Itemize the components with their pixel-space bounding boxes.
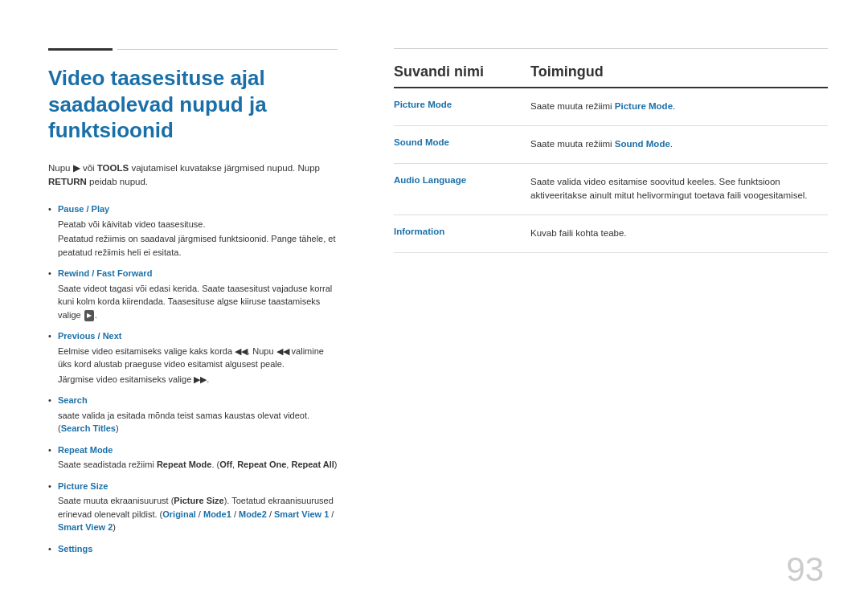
original-link: Original xyxy=(162,509,196,519)
row-name-picture-mode: Picture Mode xyxy=(394,100,514,109)
list-item: Picture Size Saate muuta ekraanisuurust … xyxy=(48,480,338,534)
table-row: Audio Language Saate valida video esitam… xyxy=(394,164,828,216)
list-item: Previous / Next Eelmise video esitamisek… xyxy=(48,329,338,386)
mode2-link: Mode2 xyxy=(239,509,267,519)
table-row: Sound Mode Saate muuta režiimi Sound Mod… xyxy=(394,126,828,164)
top-rule-left xyxy=(48,48,338,51)
top-rule-right xyxy=(394,48,828,49)
smart-view1-link: Smart View 1 xyxy=(274,509,329,519)
list-item: Rewind / Fast Forward Saate videot tagas… xyxy=(48,267,338,321)
picture-size-bold: Picture Size xyxy=(174,496,223,505)
intro-text: Nupu ▶ või TOOLS vajutamisel kuvatakse j… xyxy=(48,161,338,190)
page-number: 93 xyxy=(786,550,824,589)
item-body-picture-size: Saate muuta ekraanisuurust (Picture Size… xyxy=(58,494,338,534)
row-desc-audio-language: Saate valida video esitamise soovitud ke… xyxy=(514,175,828,204)
page-title: Video taasesituse ajal saadaolevad nupud… xyxy=(48,65,338,144)
item-title-repeat: Repeat Mode xyxy=(58,445,113,455)
rule-light xyxy=(117,49,338,50)
list-item: Pause / Play Peatab või käivitab video t… xyxy=(48,202,338,259)
mode1-link: Mode1 xyxy=(203,509,231,519)
play-icon: ▶ xyxy=(84,310,94,321)
item-title-picture-size: Picture Size xyxy=(58,481,108,491)
table-rows: Picture Mode Saate muuta režiimi Picture… xyxy=(394,88,828,253)
row-desc-sound-mode: Saate muuta režiimi Sound Mode. xyxy=(514,137,828,152)
col-desc-header: Toimingud xyxy=(514,63,828,80)
repeat-one-bold: Repeat One xyxy=(237,460,286,469)
item-body-prev-next-2: Järgmise video esitamiseks valige ▶▶. xyxy=(58,373,338,386)
repeat-off-bold: Off xyxy=(219,460,232,469)
list-item: Search saate valida ja esitada mõnda tei… xyxy=(48,394,338,435)
item-title-pause-play: Pause / Play xyxy=(58,204,109,214)
return-label: RETURN xyxy=(48,177,87,186)
item-body-search: saate valida ja esitada mõnda teist sama… xyxy=(58,409,338,435)
repeat-mode-bold: Repeat Mode xyxy=(157,460,211,469)
row-name-information: Information xyxy=(394,227,514,236)
item-body-repeat: Saate seadistada režiimi Repeat Mode. (O… xyxy=(58,458,338,472)
table-row: Information Kuvab faili kohta teabe. xyxy=(394,215,828,253)
smart-view2-link: Smart View 2 xyxy=(58,522,113,532)
tools-label: TOOLS xyxy=(97,163,129,173)
row-name-sound-mode: Sound Mode xyxy=(394,137,514,147)
item-body-prev-next-1: Eelmise video esitamiseks valige kaks ko… xyxy=(58,345,338,371)
table-header: Suvandi nimi Toimingud xyxy=(394,63,828,88)
item-body-pause-play-1: Peatab või käivitab video taasesituse. xyxy=(58,218,338,231)
item-body-rewind: Saate videot tagasi või edasi kerida. Sa… xyxy=(58,282,338,322)
item-title-search: Search xyxy=(58,395,88,405)
row-desc-information: Kuvab faili kohta teabe. xyxy=(514,227,828,241)
item-title-rewind: Rewind / Fast Forward xyxy=(58,268,152,278)
sound-mode-highlight: Sound Mode xyxy=(615,139,670,149)
row-desc-picture-mode: Saate muuta režiimi Picture Mode. xyxy=(514,100,828,114)
bullet-list: Pause / Play Peatab või käivitab video t… xyxy=(48,202,338,555)
repeat-all-bold: Repeat All xyxy=(291,460,334,469)
row-name-audio-language: Audio Language xyxy=(394,175,514,185)
item-title-prev-next: Previous / Next xyxy=(58,331,121,341)
item-title-settings: Settings xyxy=(58,544,92,554)
picture-mode-highlight: Picture Mode xyxy=(615,101,673,111)
list-item: Repeat Mode Saate seadistada režiimi Rep… xyxy=(48,443,338,472)
item-body-pause-play-2: Peatatud režiimis on saadaval järgmised … xyxy=(58,232,338,259)
rule-dark xyxy=(48,48,113,51)
col-name-header: Suvandi nimi xyxy=(394,63,514,80)
search-titles-link: Search Titles xyxy=(61,423,116,433)
table-row: Picture Mode Saate muuta režiimi Picture… xyxy=(394,88,828,126)
list-item: Settings xyxy=(48,542,338,556)
